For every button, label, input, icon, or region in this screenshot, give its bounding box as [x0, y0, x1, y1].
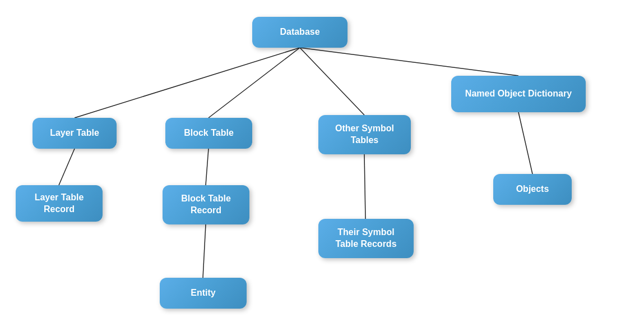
- database-node: Database: [252, 17, 348, 48]
- svg-line-3: [300, 48, 518, 76]
- svg-line-7: [518, 112, 532, 174]
- their-symbol-table-records-node: Their SymbolTable Records: [318, 219, 414, 258]
- svg-line-0: [75, 48, 300, 118]
- svg-line-6: [364, 154, 365, 219]
- objects-node: Objects: [493, 174, 572, 205]
- other-symbol-tables-node: Other SymbolTables: [318, 115, 411, 154]
- svg-line-1: [209, 48, 300, 118]
- svg-line-4: [59, 149, 75, 185]
- block-table-node: Block Table: [165, 118, 252, 149]
- svg-line-2: [300, 48, 364, 115]
- layer-table-record-node: Layer TableRecord: [16, 185, 103, 222]
- named-object-dictionary-node: Named Object Dictionary: [451, 76, 586, 112]
- entity-node: Entity: [160, 278, 247, 309]
- block-table-record-node: Block TableRecord: [163, 185, 249, 224]
- svg-line-5: [206, 149, 209, 185]
- connector-lines: [0, 0, 644, 335]
- svg-line-8: [203, 224, 206, 278]
- layer-table-node: Layer Table: [33, 118, 117, 149]
